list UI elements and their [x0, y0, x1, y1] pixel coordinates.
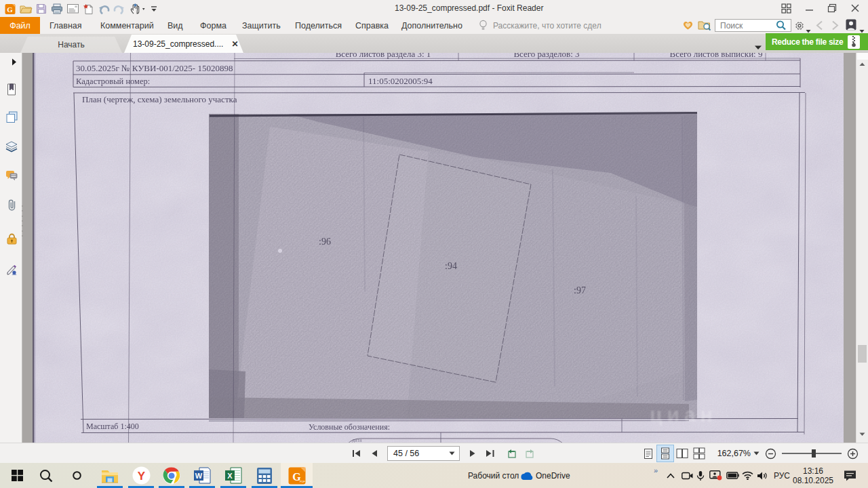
- taskbar-app-excel[interactable]: X: [218, 463, 249, 488]
- next-view-icon[interactable]: [521, 445, 538, 462]
- tab-close-icon[interactable]: ✕: [231, 39, 238, 49]
- photo-watermark: циан: [650, 403, 717, 426]
- forward-icon[interactable]: [831, 20, 839, 33]
- layers-icon[interactable]: [5, 140, 18, 153]
- tab-list-caret-icon[interactable]: [754, 41, 762, 53]
- redo-icon[interactable]: [112, 2, 127, 16]
- taskbar-search-icon[interactable]: [35, 463, 57, 488]
- zoom-slider-thumb[interactable]: [812, 449, 816, 458]
- windows-start-icon[interactable]: [5, 463, 28, 488]
- taskbar-app-calculator[interactable]: [249, 463, 280, 488]
- continuous-facing-icon[interactable]: [691, 445, 707, 462]
- language-indicator[interactable]: РУС: [774, 463, 790, 488]
- page-list-caret-icon[interactable]: [449, 451, 455, 455]
- toolbar-overflow-chevron[interactable]: »: [654, 458, 658, 483]
- customize-toolbar-icon[interactable]: [149, 2, 159, 16]
- next-page-icon[interactable]: [464, 445, 481, 462]
- scrollbar-top-button[interactable]: [857, 53, 868, 60]
- running-indicator: [220, 486, 246, 488]
- zoom-caret-icon[interactable]: [753, 451, 760, 455]
- open-folder-icon[interactable]: [18, 2, 33, 16]
- comments-icon[interactable]: [5, 169, 18, 182]
- running-indicator: [97, 486, 123, 488]
- gear-icon[interactable]: [794, 20, 805, 34]
- desktop-toolbar-label[interactable]: Рабочий стол: [468, 463, 519, 488]
- tab-start-page[interactable]: Начать: [20, 37, 122, 54]
- close-icon[interactable]: [845, 1, 865, 15]
- contact-alert-icon[interactable]: [708, 463, 723, 488]
- undo-icon[interactable]: [96, 2, 111, 16]
- page-thumbnails-icon[interactable]: [5, 110, 18, 123]
- reduce-file-size-button[interactable]: Reduce the file size: [766, 33, 868, 50]
- back-icon[interactable]: [816, 20, 823, 33]
- reduce-button-label: Reduce the file size: [772, 37, 843, 47]
- favorite-heart-icon[interactable]: [682, 20, 694, 33]
- foxit-logo-icon[interactable]: G: [3, 2, 18, 16]
- print-icon[interactable]: [50, 2, 64, 16]
- search-icon[interactable]: [775, 20, 787, 31]
- save-icon[interactable]: [34, 2, 49, 16]
- zoom-out-icon[interactable]: [765, 448, 776, 460]
- digital-signatures-icon[interactable]: [5, 262, 18, 276]
- microphone-icon[interactable]: [695, 463, 706, 488]
- page-number-box[interactable]: 45 / 56: [387, 446, 460, 461]
- zoom-slider[interactable]: [782, 453, 842, 454]
- parcel-label-94: :94: [445, 261, 457, 271]
- security-icon[interactable]: [5, 232, 18, 245]
- taskbar-app-chrome[interactable]: [156, 463, 187, 488]
- start-tab-label: Начать: [58, 40, 85, 49]
- first-page-icon[interactable]: [348, 445, 366, 462]
- window-controls: [773, 1, 865, 15]
- search-input[interactable]: [715, 21, 775, 30]
- menu-right-tools: [0, 17, 868, 34]
- menu-bar: Файл Главная Комментарий Вид Форма Защит…: [0, 17, 868, 34]
- notification-center-icon[interactable]: [841, 463, 859, 488]
- volume-icon[interactable]: [755, 463, 770, 488]
- layout-grid-icon[interactable]: [776, 1, 796, 15]
- restore-icon[interactable]: [822, 1, 842, 15]
- taskbar-app-foxit-reader[interactable]: GPDF: [281, 463, 313, 488]
- email-icon[interactable]: [65, 2, 80, 16]
- windows-taskbar: Y W X GPDF Рабочий стол OneDrive »: [0, 463, 868, 488]
- attachments-icon[interactable]: [5, 198, 18, 211]
- minimize-icon[interactable]: [799, 1, 819, 15]
- onedrive-icon[interactable]: [519, 463, 534, 488]
- task-view-icon[interactable]: [66, 463, 87, 488]
- svg-text:G: G: [7, 5, 13, 14]
- vertical-scrollbar[interactable]: [856, 53, 868, 443]
- taskbar-app-yandex-browser[interactable]: Y: [125, 463, 157, 488]
- meet-now-icon[interactable]: [680, 463, 694, 488]
- previous-page-icon[interactable]: [366, 445, 383, 462]
- doc-number-text: 30.05.2025г № КУВИ-001/2025- 15020898: [76, 63, 233, 73]
- taskbar-app-file-explorer[interactable]: [94, 463, 125, 488]
- zoom-level: 162,67%: [717, 449, 751, 458]
- taskbar-app-word[interactable]: W: [186, 463, 218, 488]
- bookmarks-icon[interactable]: [5, 83, 18, 96]
- create-pdf-icon[interactable]: [81, 2, 96, 16]
- header-cell-1: Всего листов раздела 3: 1: [336, 53, 431, 59]
- scroll-up-icon[interactable]: [856, 61, 868, 68]
- quick-access-toolbar: G: [3, 1, 160, 16]
- folder-search-icon[interactable]: [698, 20, 711, 34]
- wifi-icon[interactable]: [740, 463, 755, 488]
- svg-text:X: X: [227, 472, 233, 480]
- facing-icon[interactable]: [674, 445, 690, 462]
- taskbar-clock[interactable]: 13:16 08.10.2025: [792, 463, 834, 488]
- hand-tool-icon[interactable]: [127, 2, 148, 16]
- tab-document[interactable]: 13-09-25_compressed.... ✕: [124, 35, 243, 53]
- onedrive-label[interactable]: OneDrive: [536, 463, 570, 488]
- running-indicator: [189, 486, 215, 488]
- battery-icon[interactable]: [725, 463, 740, 488]
- page-canvas[interactable]: :96 :94 :97: [23, 53, 856, 443]
- zoom-in-icon[interactable]: [847, 448, 859, 460]
- running-indicator: [252, 486, 277, 488]
- hidden-icons-chevron[interactable]: [665, 463, 677, 488]
- avatar-icon[interactable]: [846, 19, 856, 33]
- svg-text:Y: Y: [137, 470, 145, 483]
- scrollbar-thumb[interactable]: [858, 345, 867, 363]
- scroll-down-icon[interactable]: [856, 431, 868, 438]
- continuous-icon[interactable]: [657, 445, 673, 462]
- previous-view-icon[interactable]: [503, 445, 521, 462]
- last-page-icon[interactable]: [481, 445, 499, 462]
- expand-panel-icon[interactable]: [12, 56, 17, 68]
